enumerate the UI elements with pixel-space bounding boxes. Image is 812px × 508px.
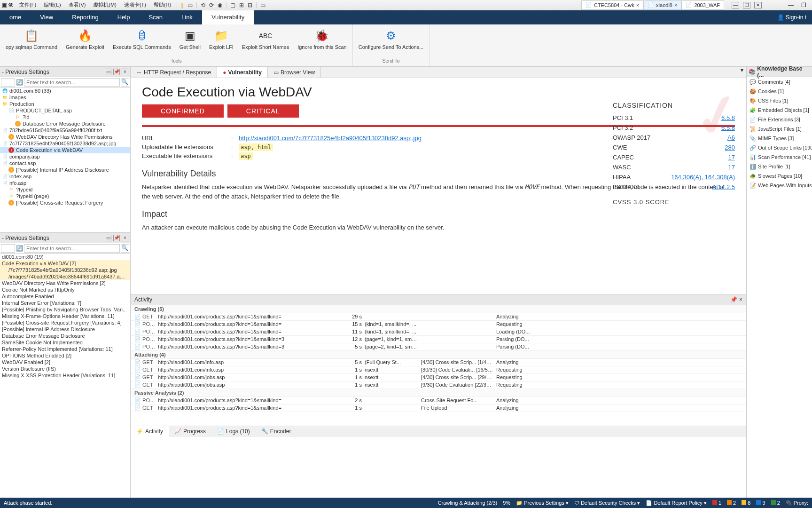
close-icon[interactable]: × <box>122 235 128 241</box>
pause-icon[interactable]: ‖ <box>181 2 184 8</box>
filter-dropdown[interactable] <box>1 244 15 253</box>
tab-reporting[interactable]: Reporting <box>62 10 108 24</box>
tab-view[interactable]: View <box>31 10 62 24</box>
close-icon[interactable]: × <box>636 2 639 8</box>
tab-browser[interactable]: ▭Browser View <box>268 67 321 78</box>
refresh-icon[interactable]: 🔄 <box>16 245 23 252</box>
tab-vulnerability-view[interactable]: ●Vulnerability <box>217 67 268 78</box>
view-icon-4[interactable]: ▭ <box>260 2 265 8</box>
tree-item[interactable]: 📄PRODUCT_DETAIL.asp <box>0 107 130 114</box>
kb-item[interactable]: 💬Comments [4] <box>747 77 812 87</box>
tree-item[interactable]: !WebDAV Directory Has Write Permissions <box>0 134 130 140</box>
tree-item[interactable]: Cookie Not Marked as HttpOnly <box>0 286 130 293</box>
tab-home[interactable]: ome <box>0 10 31 24</box>
tree-item[interactable]: 📄index.asp <box>0 173 130 180</box>
maximize-icon[interactable]: ❐ <box>743 2 750 8</box>
menu-edit[interactable]: 编辑(E) <box>42 1 63 8</box>
tree-item[interactable]: WebDAV Enabled [2] <box>0 359 130 365</box>
tab-vulnerability[interactable]: Vulnerability <box>202 10 254 24</box>
search-icon[interactable]: 🔍 <box>121 78 129 87</box>
kb-item[interactable]: 🍪Cookies [1] <box>747 87 812 96</box>
tab-encoder[interactable]: 🔧Encoder <box>256 426 297 437</box>
tree-item[interactable]: Autocomplete Enabled <box>0 293 130 300</box>
issues-tree[interactable]: di001.com:80 (19)Code Execution via WebD… <box>0 254 130 498</box>
kb-list[interactable]: 💬Comments [4]🍪Cookies [1]🎨CSS Files [1]🧩… <box>747 77 812 498</box>
exploit-short-names-button[interactable]: ABCExploit Short Names <box>238 26 293 52</box>
tree-item[interactable]: SameSite Cookie Not Implemented <box>0 339 130 346</box>
tree-item[interactable]: 🏳?typeid <box>0 186 130 193</box>
tree-item[interactable]: 📄7c7f7731825e4bf2a90405f130238d92.asp;.j… <box>0 140 130 147</box>
close-icon[interactable]: × <box>674 2 677 8</box>
tree-item[interactable]: di001.com:80 (19) <box>0 254 130 260</box>
tree-item[interactable]: /images/74badd920204ec38644f691d91a8437.… <box>0 273 130 280</box>
vuln-url-link[interactable]: http://xiaodi001.com/7c7f7731825e4bf2a90… <box>239 135 422 142</box>
tree-item[interactable]: 🏳?id <box>0 114 130 120</box>
view-icon-2[interactable]: ⊞ <box>239 2 244 8</box>
activity-row[interactable]: 📄 GEThttp://xiaodi001.com/jobs.asp1 snse… <box>131 374 746 381</box>
ignore-scan-button[interactable]: 🐞Ignore from this Scan <box>294 26 351 52</box>
tree-item[interactable]: 📄782bdce615d0402f9a656a994ff0208f.txt <box>0 127 130 134</box>
view-icon-3[interactable]: ⊡ <box>248 2 252 8</box>
filter-dropdown[interactable] <box>1 78 15 87</box>
tree-item[interactable]: [Possible] Phishing by Navigating Browse… <box>0 306 130 313</box>
tree-item[interactable]: 📄nfo.asp <box>0 180 130 186</box>
tab-link[interactable]: Link <box>172 10 202 24</box>
kb-item[interactable]: 📜JavaScript Files [1] <box>747 124 812 134</box>
tree-item[interactable]: Missing X-XSS-Protection Header [Variati… <box>0 372 130 379</box>
toolbar-icon[interactable]: ▭ <box>187 2 193 8</box>
snapshot-icon-2[interactable]: ⟳ <box>209 2 214 8</box>
signin-link[interactable]: 👤 Sign-in t <box>772 10 812 24</box>
tab-progress[interactable]: 📈Progress <box>169 426 211 437</box>
tree-item[interactable]: 📁Production <box>0 101 130 107</box>
search-input[interactable] <box>24 78 120 87</box>
activity-row[interactable]: 📄 POSThttp://xiaodi001.com/products.asp?… <box>131 397 746 405</box>
menu-help[interactable]: 帮助(H) <box>152 1 173 8</box>
menu-tabs[interactable]: 选项卡(T) <box>122 1 148 8</box>
tree-item[interactable]: 📄company.asp <box>0 153 130 160</box>
kb-item[interactable]: 🧩Embedded Objects [1] <box>747 105 812 115</box>
activity-row[interactable]: 📄 POSThttp://xiaodi001.com/products.asp?… <box>131 321 746 328</box>
execute-sql-button[interactable]: 🛢Execute SQL Commands <box>109 26 175 52</box>
window-icon[interactable]: ▭ <box>105 235 111 241</box>
tree-item[interactable]: WebDAV Directory Has Write Permissions [… <box>0 280 130 286</box>
tree-item[interactable]: 🏳?typeid (page) <box>0 193 130 199</box>
dropdown-icon[interactable]: ▾ <box>738 67 746 78</box>
doc-tab-3[interactable]: 📄2003_WAF <box>681 0 724 10</box>
app-minimize-icon[interactable]: — <box>788 2 794 8</box>
pin-icon[interactable]: 📌 <box>113 235 120 241</box>
kb-item[interactable]: 📊Scan Performance [41] <box>747 152 812 162</box>
tree-item[interactable]: ![Possible] Cross-site Request Forgery <box>0 199 130 206</box>
kb-item[interactable]: 📎MIME Types [3] <box>747 134 812 143</box>
tree-item[interactable]: !Code Execution via WebDAV <box>0 147 130 153</box>
get-shell-button[interactable]: ▣Get Shell <box>176 26 204 52</box>
app-maximize-icon[interactable]: ❐ <box>801 2 806 8</box>
tree-item[interactable]: Version Disclosure (IIS) <box>0 365 130 372</box>
tree-item[interactable]: /7c7f7731825e4bf2a90405f130238d92.asp;.j… <box>0 267 130 273</box>
minimize-icon[interactable]: — <box>732 2 739 8</box>
menu-vm[interactable]: 虚拟机(M) <box>91 1 118 8</box>
refresh-icon[interactable]: 🔄 <box>16 79 23 86</box>
activity-row[interactable]: 📄 GEThttp://xiaodi001.com/info.asp5 s(Fu… <box>131 359 746 366</box>
tree-item[interactable]: !Database Error Message Disclosure <box>0 120 130 127</box>
pin-icon[interactable]: 📌 <box>113 69 120 75</box>
window-icon[interactable]: ▭ <box>105 69 111 75</box>
tree-item[interactable]: 🌐di001.com:80 (33) <box>0 87 130 94</box>
doc-tab-1[interactable]: 📄CTEC5804 - Cwk× <box>581 0 643 10</box>
search-input-2[interactable] <box>24 244 120 253</box>
kb-item[interactable]: 🔗Out of Scope Links [190 <box>747 143 812 152</box>
sitemap-tree[interactable]: 🌐di001.com:80 (33)📁images📁Production📄PRO… <box>0 87 130 232</box>
tree-item[interactable]: Referrer-Policy Not Implemented [Variati… <box>0 346 130 352</box>
activity-row[interactable]: 📄 POSThttp://xiaodi001.com/products.asp?… <box>131 328 746 336</box>
doc-tab-2[interactable]: 📄xiaodi8× <box>643 0 681 10</box>
tab-logs[interactable]: 📄Logs (10) <box>211 426 256 437</box>
tab-help[interactable]: Help <box>108 10 140 24</box>
kb-item[interactable]: 📝Web Pages With Inputs <box>747 181 812 190</box>
activity-list[interactable]: Crawling (5)📄 GEThttp://xiaodi001.com/pr… <box>131 305 746 426</box>
snapshot-icon[interactable]: ⟲ <box>201 2 205 8</box>
snapshot-icon-3[interactable]: ◉ <box>218 2 222 8</box>
kb-item[interactable]: 📄File Extensions [3] <box>747 115 812 124</box>
activity-row[interactable]: 📄 GEThttp://xiaodi001.com/products.asp?k… <box>131 405 746 412</box>
tree-item[interactable]: 📄contact.asp <box>0 160 130 167</box>
exploit-lfi-button[interactable]: 📁Exploit LFI <box>205 26 237 52</box>
tree-item[interactable]: [Possible] Cross-site Request Forgery [V… <box>0 319 130 326</box>
